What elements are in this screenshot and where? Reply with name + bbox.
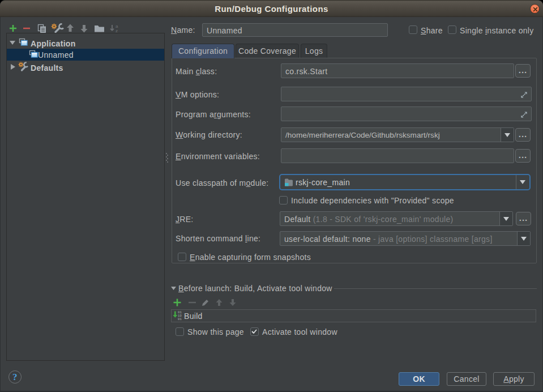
svg-text:01: 01 — [178, 317, 182, 321]
